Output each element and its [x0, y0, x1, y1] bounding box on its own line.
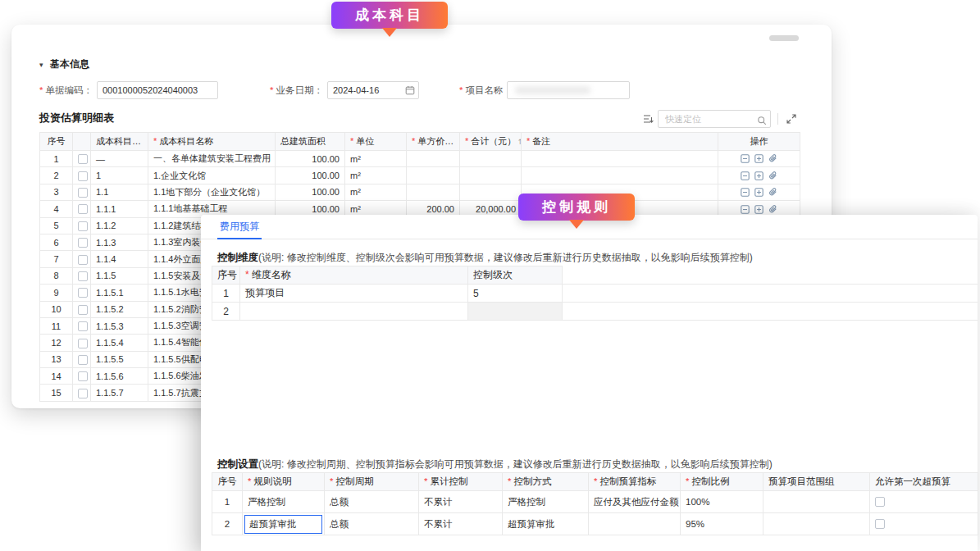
subject-code-cell[interactable]: 1.1.5.3	[91, 317, 148, 334]
delete-row-icon[interactable]	[740, 171, 750, 181]
subject-code-cell[interactable]: 1.1	[91, 184, 148, 200]
row-checkbox[interactable]	[78, 255, 88, 265]
col-header-no: 序号	[212, 473, 243, 491]
row-no: 15	[40, 385, 73, 401]
area-cell[interactable]: 100.00	[276, 151, 345, 167]
attachment-icon[interactable]	[768, 187, 778, 198]
remark-cell[interactable]	[522, 151, 718, 167]
cumulative-control-cell[interactable]: 不累计	[419, 491, 503, 513]
insert-row-icon[interactable]	[754, 153, 764, 164]
cumulative-control-cell[interactable]: 不累计	[419, 513, 503, 535]
expand-icon[interactable]	[783, 110, 800, 128]
subject-code-cell[interactable]: 1.1.2	[91, 217, 148, 234]
unit-price-cell[interactable]	[407, 151, 460, 167]
subject-code-cell[interactable]: 1.1.5.6	[91, 368, 148, 385]
subject-code-cell[interactable]: 1	[91, 167, 148, 184]
project-name-input[interactable]	[507, 81, 630, 99]
control-ratio-cell[interactable]: 100%	[681, 491, 763, 513]
subject-code-cell[interactable]: 1.1.1	[91, 201, 148, 217]
control-method-cell[interactable]: 严格控制	[503, 491, 589, 513]
area-cell[interactable]: 100.00	[276, 184, 345, 200]
rule-desc-edit-input[interactable]: 超预算审批	[244, 515, 322, 534]
allow-over-checkbox[interactable]	[875, 519, 885, 529]
quick-locate-input[interactable]	[658, 110, 771, 128]
dimension-name-cell[interactable]: 预算项目	[240, 285, 468, 303]
dimension-name-cell[interactable]	[240, 303, 468, 321]
budget-indicator-cell[interactable]	[589, 513, 681, 535]
delete-row-icon[interactable]	[740, 153, 750, 164]
total-cell[interactable]	[460, 151, 522, 167]
control-level-cell[interactable]	[468, 303, 563, 321]
operation-cell	[718, 151, 800, 167]
subject-code-cell[interactable]: 1.1.5.4	[91, 335, 148, 351]
total-cell[interactable]	[460, 167, 522, 184]
delete-row-icon[interactable]	[740, 187, 750, 198]
subject-name-cell[interactable]: 一、各单体建筑安装工程费用	[148, 151, 276, 167]
subject-code-cell[interactable]: 1.1.4	[91, 251, 148, 267]
insert-row-icon[interactable]	[754, 204, 764, 215]
subject-code-cell[interactable]: 1.1.5.5	[91, 351, 148, 367]
operation-cell	[718, 167, 800, 184]
subject-code-cell[interactable]: 1.1.5.7	[91, 385, 148, 401]
subject-code-cell[interactable]: 1.1.5.2	[91, 301, 148, 317]
row-checkbox[interactable]	[78, 171, 88, 181]
dimension-caption: 控制维度(说明: 修改控制维度、控制级次会影响可用预算数据，建议修改后重新进行历…	[217, 251, 753, 265]
row-checkbox[interactable]	[78, 238, 88, 248]
remark-cell[interactable]	[522, 167, 718, 184]
rule-desc-cell[interactable]: 超预算审批	[243, 513, 325, 535]
subject-name-cell[interactable]: 1.1地下部分（企业文化馆）	[148, 184, 276, 200]
attachment-icon[interactable]	[768, 153, 778, 164]
row-checkbox-cell	[73, 285, 91, 301]
row-checkbox[interactable]	[78, 339, 88, 348]
col-header-dim-level: 控制级次	[468, 266, 563, 285]
scrollbar-thumb[interactable]	[769, 35, 799, 41]
area-cell[interactable]: 100.00	[276, 167, 345, 184]
subject-code-cell[interactable]: —	[91, 151, 148, 167]
row-checkbox[interactable]	[78, 271, 88, 281]
row-checkbox[interactable]	[78, 221, 88, 231]
unit-cell[interactable]: m²	[345, 184, 407, 200]
unit-price-cell[interactable]	[407, 184, 460, 200]
control-ratio-cell[interactable]: 95%	[681, 513, 763, 535]
insert-row-icon[interactable]	[754, 187, 764, 198]
dimension-title: 控制维度	[217, 252, 258, 263]
total-cell[interactable]	[460, 184, 522, 200]
detail-table-title: 投资估算明细表	[39, 111, 114, 125]
row-checkbox[interactable]	[78, 288, 88, 298]
subject-code-cell[interactable]: 1.1.5	[91, 267, 148, 284]
row-checkbox[interactable]	[78, 305, 88, 315]
budget-indicator-cell[interactable]: 应付及其他应付金额	[589, 491, 681, 513]
insert-row-icon[interactable]	[754, 171, 764, 181]
row-checkbox[interactable]	[78, 204, 88, 214]
basic-info-section-header[interactable]: ▾ 基本信息	[39, 57, 89, 71]
biz-date-input[interactable]	[327, 81, 419, 99]
row-checkbox[interactable]	[78, 321, 88, 331]
allow-over-checkbox[interactable]	[875, 497, 885, 507]
control-period-cell[interactable]: 总额	[325, 513, 419, 535]
control-period-cell[interactable]: 总额	[325, 491, 419, 513]
attachment-icon[interactable]	[768, 204, 778, 215]
range-group-cell[interactable]	[763, 513, 870, 535]
control-level-cell[interactable]: 5	[468, 285, 563, 303]
column-config-icon[interactable]	[640, 110, 656, 128]
row-checkbox[interactable]	[78, 389, 88, 398]
row-checkbox[interactable]	[78, 188, 88, 198]
control-method-cell[interactable]: 超预算审批	[503, 513, 589, 535]
subject-code-cell[interactable]: 1.1.5.1	[91, 285, 148, 301]
tab-expense-budget[interactable]: 费用预算	[217, 215, 262, 239]
sort-icon[interactable]: ⇅	[516, 138, 521, 146]
row-checkbox[interactable]	[78, 371, 88, 381]
unit-price-cell[interactable]	[407, 167, 460, 184]
delete-row-icon[interactable]	[740, 204, 750, 215]
unit-cell[interactable]: m²	[345, 151, 407, 167]
row-checkbox[interactable]	[78, 154, 88, 164]
row-checkbox[interactable]	[78, 355, 88, 365]
rule-desc-cell[interactable]: 严格控制	[243, 491, 325, 513]
subject-code-cell[interactable]: 1.1.3	[91, 234, 148, 250]
search-icon[interactable]	[757, 114, 767, 129]
unit-cell[interactable]: m²	[345, 167, 407, 184]
subject-name-cell[interactable]: 1.企业文化馆	[148, 167, 276, 184]
range-group-cell[interactable]	[763, 491, 870, 513]
attachment-icon[interactable]	[768, 171, 778, 181]
doc-code-input[interactable]	[97, 81, 218, 99]
